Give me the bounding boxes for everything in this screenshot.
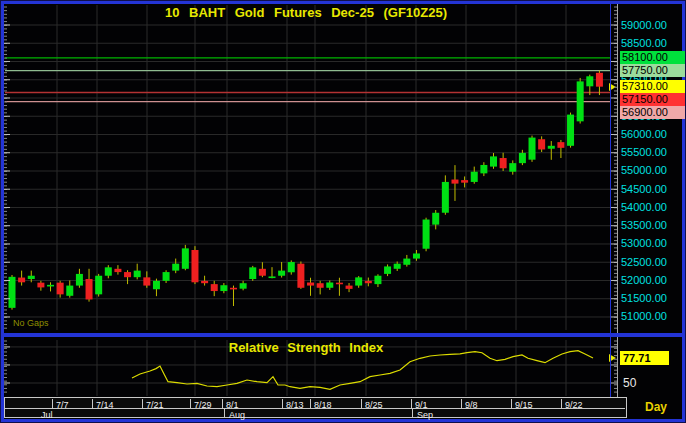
x-axis-month-separator bbox=[224, 409, 225, 417]
x-axis-tick bbox=[411, 399, 412, 408]
y-axis-label: 59000.00 bbox=[621, 19, 667, 31]
x-axis-tick bbox=[282, 399, 283, 408]
y-axis-label: 53500.00 bbox=[621, 219, 667, 231]
y-axis-label: 52000.00 bbox=[621, 274, 667, 286]
x-axis-month-separator bbox=[412, 409, 413, 417]
y-axis-label: 55500.00 bbox=[621, 146, 667, 158]
rsi-title: Relative Strength Index bbox=[0, 340, 612, 355]
timeframe-label[interactable]: Day bbox=[645, 400, 667, 414]
x-axis-tick bbox=[361, 399, 362, 408]
x-axis-tick bbox=[222, 399, 223, 408]
y-axis-label: 54500.00 bbox=[621, 183, 667, 195]
x-axis-tick bbox=[461, 399, 462, 408]
price-axis: 59000.0058500.0058000.0057500.0057000.00… bbox=[0, 0, 686, 333]
price-level-badge-alert-line-pink: 56900.00 bbox=[620, 106, 685, 119]
x-axis-month-label: Jul bbox=[41, 410, 53, 420]
price-level-badge-alert-line-red: 57150.00 bbox=[620, 93, 685, 106]
x-axis-month-label: Sep bbox=[417, 410, 433, 420]
y-axis-label: 56000.00 bbox=[621, 128, 667, 140]
x-axis-month-label: Aug bbox=[229, 410, 245, 420]
x-axis-tick bbox=[52, 399, 53, 408]
x-axis-tick bbox=[142, 399, 143, 408]
price-level-badge-last-price: 57310.00 bbox=[620, 80, 685, 93]
x-axis-tick bbox=[92, 399, 93, 408]
chart-window: 10 BAHT Gold Futures Dec-25 (GF10Z25) No… bbox=[0, 0, 686, 423]
panel-divider bbox=[4, 333, 682, 337]
rsi-last-value-badge: 77.71 bbox=[620, 351, 669, 365]
y-axis-label: 54000.00 bbox=[621, 201, 667, 213]
y-axis-label: 55000.00 bbox=[621, 164, 667, 176]
price-level-badge-alert-line-pale-green: 57750.00 bbox=[620, 64, 685, 77]
x-axis-tick bbox=[561, 399, 562, 408]
time-axis-divider bbox=[4, 408, 625, 409]
y-axis-label: 51000.00 bbox=[621, 310, 667, 322]
price-level-badge-alert-line-green: 58100.00 bbox=[620, 51, 685, 64]
y-axis-label: 53000.00 bbox=[621, 237, 667, 249]
x-axis-tick bbox=[511, 399, 512, 408]
rsi-level-50-label: 50 bbox=[623, 376, 636, 390]
y-axis-label: 51500.00 bbox=[621, 292, 667, 304]
y-axis-label: 58500.00 bbox=[621, 37, 667, 49]
rsi-line bbox=[132, 351, 593, 390]
x-axis-tick bbox=[310, 399, 311, 408]
x-axis-tick bbox=[190, 399, 191, 408]
y-axis-label: 52500.00 bbox=[621, 256, 667, 268]
